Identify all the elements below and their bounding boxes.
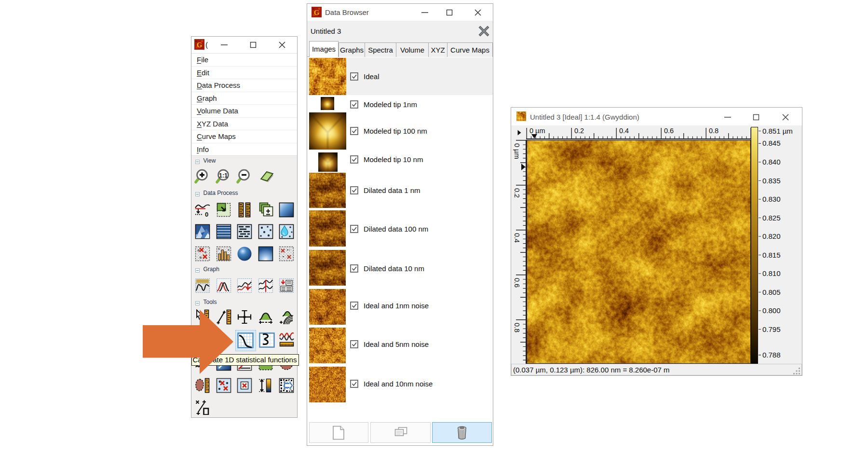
svg-text:0.2: 0.2 <box>574 127 584 135</box>
svg-text:0.2: 0.2 <box>513 188 521 198</box>
svg-text:0.4: 0.4 <box>513 233 521 243</box>
svg-text:0.6: 0.6 <box>513 278 521 288</box>
svg-text:0.6: 0.6 <box>664 127 674 135</box>
svg-text:0 µm: 0 µm <box>513 143 521 159</box>
svg-text:1:1: 1:1 <box>218 172 227 179</box>
svg-text:0: 0 <box>205 211 208 218</box>
svg-text:0.8: 0.8 <box>709 127 719 135</box>
svg-text:G: G <box>197 41 203 49</box>
svg-text:G: G <box>314 9 320 16</box>
svg-text:0 µm: 0 µm <box>529 127 545 135</box>
svg-text:0.4: 0.4 <box>619 127 629 135</box>
svg-text:0.8: 0.8 <box>513 323 521 332</box>
